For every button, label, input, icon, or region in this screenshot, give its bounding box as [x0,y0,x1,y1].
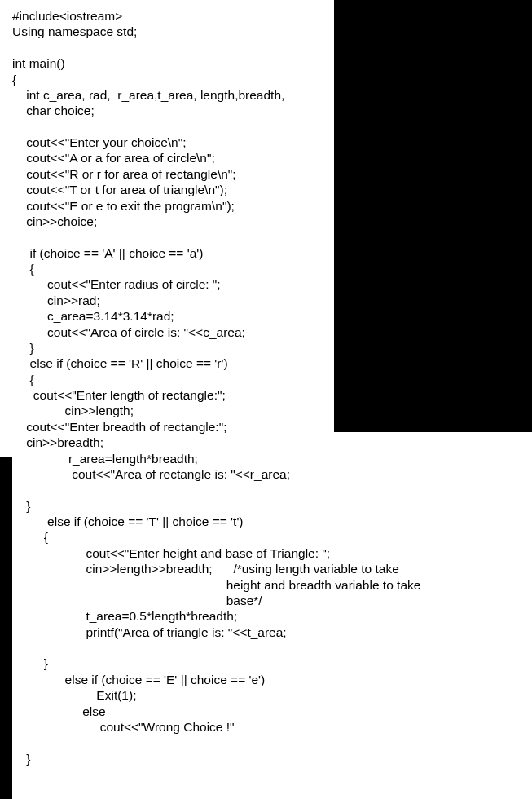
code-block: #include<iostream> Using namespace std; … [12,8,525,766]
